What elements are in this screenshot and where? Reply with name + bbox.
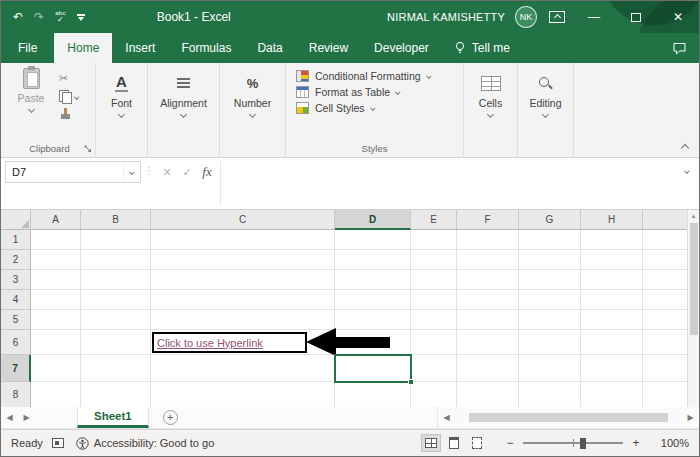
format-painter-button[interactable] bbox=[56, 106, 82, 123]
quick-access-toolbar: ↶ ↷ abc✓ bbox=[13, 10, 85, 24]
insert-function-button[interactable]: fx bbox=[197, 161, 217, 183]
name-box-dropdown[interactable] bbox=[123, 162, 140, 182]
customize-qat-icon[interactable] bbox=[77, 14, 85, 21]
formula-bar-drag-handle[interactable]: ⋮ bbox=[144, 165, 154, 176]
redo-icon[interactable]: ↷ bbox=[34, 11, 44, 23]
conditional-formatting-icon bbox=[296, 70, 309, 82]
ribbon-display-options-icon[interactable] bbox=[549, 11, 565, 23]
close-button[interactable]: ✕ bbox=[657, 1, 699, 33]
scroll-right-icon[interactable]: ▶ bbox=[682, 413, 699, 422]
number-group-label: Number bbox=[234, 97, 271, 109]
status-bar: Ready Accessibility: Good to go − + 100% bbox=[1, 429, 699, 456]
styles-group: Conditional Formatting Format as Table C… bbox=[286, 63, 464, 157]
account-user-name[interactable]: NIRMAL KAMISHETTY bbox=[387, 11, 505, 23]
new-sheet-button[interactable]: + bbox=[163, 410, 178, 425]
horizontal-scroll-track[interactable] bbox=[455, 407, 682, 428]
tell-me-label: Tell me bbox=[472, 41, 510, 55]
cell-styles-label: Cell Styles bbox=[315, 102, 365, 114]
tell-me-button[interactable]: Tell me bbox=[442, 33, 522, 63]
name-box[interactable]: D7 bbox=[5, 161, 141, 183]
arrow-shape[interactable] bbox=[306, 328, 392, 356]
cut-icon: ✂ bbox=[59, 72, 68, 85]
cells-chevron-icon bbox=[487, 111, 494, 118]
ribbon-tab-row: FileHomeInsertFormulasDataReviewDevelope… bbox=[1, 33, 699, 63]
horizontal-scrollbar[interactable]: ◀ ▶ bbox=[437, 407, 699, 428]
fill-handle[interactable] bbox=[408, 379, 414, 385]
cells-group[interactable]: Cells bbox=[464, 63, 518, 157]
tab-developer[interactable]: Developer bbox=[361, 33, 442, 63]
comments-button[interactable] bbox=[660, 33, 699, 63]
tab-file[interactable]: File bbox=[1, 33, 54, 63]
format-as-table-chevron-icon bbox=[395, 90, 400, 95]
scroll-up-icon[interactable]: ▲ bbox=[691, 213, 697, 219]
record-macro-icon[interactable] bbox=[52, 438, 64, 448]
alignment-group[interactable]: Alignment bbox=[148, 63, 220, 157]
conditional-formatting-button[interactable]: Conditional Formatting bbox=[296, 70, 430, 82]
sheet-tab-label: Sheet1 bbox=[94, 410, 132, 422]
formula-bar-separator bbox=[220, 161, 221, 205]
tab-review[interactable]: Review bbox=[296, 33, 361, 63]
accessibility-status[interactable]: Accessibility: Good to go bbox=[76, 437, 214, 450]
hyperlink-text[interactable]: Click to use Hyperlink bbox=[157, 337, 263, 349]
styles-content: Conditional Formatting Format as Table C… bbox=[286, 63, 463, 114]
enter-button[interactable]: ✓ bbox=[177, 161, 197, 183]
page-layout-view-button[interactable] bbox=[444, 434, 464, 452]
font-chevron-icon bbox=[118, 111, 125, 118]
collapse-ribbon-button[interactable] bbox=[681, 144, 689, 152]
formula-input[interactable] bbox=[224, 161, 678, 207]
scroll-left-icon[interactable]: ◀ bbox=[438, 413, 455, 422]
arrow-tail bbox=[334, 337, 390, 348]
normal-view-button[interactable] bbox=[421, 434, 441, 452]
zoom-slider[interactable] bbox=[523, 442, 623, 444]
maximize-button[interactable] bbox=[615, 1, 657, 33]
name-box-value: D7 bbox=[12, 166, 26, 178]
copy-button[interactable] bbox=[56, 88, 82, 105]
ready-status: Ready bbox=[11, 437, 43, 449]
spelling-icon[interactable]: abc✓ bbox=[55, 10, 66, 24]
format-as-table-label: Format as Table bbox=[315, 86, 390, 98]
paste-button[interactable]: Paste bbox=[10, 68, 52, 123]
clipboard-content: Paste ✂ bbox=[4, 63, 95, 123]
cell-styles-chevron-icon bbox=[370, 106, 375, 111]
tab-home[interactable]: Home bbox=[54, 33, 112, 63]
tab-data[interactable]: Data bbox=[244, 33, 295, 63]
next-sheet-icon[interactable]: ▶ bbox=[18, 413, 35, 422]
paste-clipboard-icon bbox=[23, 68, 40, 89]
spelling-abc-label: abc✓ bbox=[55, 10, 66, 24]
tab-formulas[interactable]: Formulas bbox=[168, 33, 244, 63]
sheet-tab-sheet1[interactable]: Sheet1 bbox=[77, 407, 149, 428]
previous-sheet-icon[interactable]: ◀ bbox=[1, 413, 18, 422]
format-as-table-button[interactable]: Format as Table bbox=[296, 86, 400, 98]
page-break-view-button[interactable] bbox=[467, 434, 487, 452]
clipboard-dialog-launcher[interactable] bbox=[84, 145, 92, 153]
cell-styles-button[interactable]: Cell Styles bbox=[296, 102, 374, 114]
zoom-out-button[interactable]: − bbox=[503, 436, 517, 450]
horizontal-scroll-thumb[interactable] bbox=[469, 413, 669, 422]
page-layout-icon bbox=[449, 437, 459, 449]
font-group[interactable]: A Font bbox=[96, 63, 148, 157]
undo-icon[interactable]: ↶ bbox=[13, 11, 23, 23]
cut-button[interactable]: ✂ bbox=[56, 70, 82, 87]
zoom-slider-thumb[interactable] bbox=[580, 438, 586, 449]
zoom-level[interactable]: 100% bbox=[655, 437, 689, 449]
vertical-scroll-thumb[interactable] bbox=[690, 223, 698, 335]
font-icon: A bbox=[115, 74, 128, 93]
hyperlink-box-shape[interactable]: Click to use Hyperlink bbox=[152, 332, 307, 353]
cancel-button[interactable]: ✕ bbox=[157, 161, 177, 183]
zoom-in-button[interactable]: + bbox=[629, 436, 643, 450]
vertical-scrollbar[interactable]: ▲ bbox=[687, 210, 699, 407]
expand-formula-bar-button[interactable] bbox=[678, 161, 696, 181]
tab-insert[interactable]: Insert bbox=[112, 33, 168, 63]
cells-icon bbox=[481, 76, 501, 91]
minimize-button[interactable]: — bbox=[573, 1, 615, 33]
formula-bar: D7 ⋮ ✕ ✓ fx bbox=[1, 158, 699, 210]
maximize-icon bbox=[631, 13, 641, 22]
zoom-tick bbox=[573, 439, 574, 447]
editing-group[interactable]: Editing bbox=[518, 63, 574, 157]
alignment-icon bbox=[177, 78, 190, 88]
font-group-label: Font bbox=[111, 97, 132, 109]
alignment-group-label: Alignment bbox=[160, 97, 207, 109]
number-group[interactable]: % Number bbox=[220, 63, 286, 157]
clipboard-group-label: Clipboard bbox=[4, 140, 95, 157]
avatar[interactable]: NK bbox=[515, 6, 537, 28]
